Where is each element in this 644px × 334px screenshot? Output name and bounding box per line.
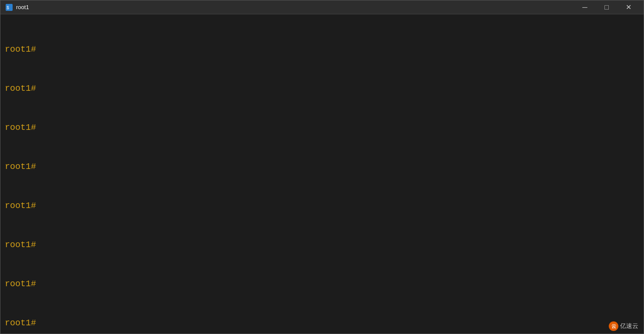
titlebar: $ root1 ─ □ ✕: [0, 0, 644, 14]
titlebar-left: $ root1: [6, 4, 29, 11]
line-6: root1#: [5, 238, 639, 251]
line-2: root1#: [5, 82, 639, 95]
line-8: root1#: [5, 317, 639, 330]
terminal-body[interactable]: root1# root1# root1# root1# root1# root1…: [0, 14, 644, 334]
line-1: root1#: [5, 43, 639, 56]
line-3: root1#: [5, 121, 639, 134]
line-7: root1#: [5, 278, 639, 291]
terminal-window: $ root1 ─ □ ✕ root1# root1# root1# root1…: [0, 0, 644, 334]
terminal-output: root1# root1# root1# root1# root1# root1…: [5, 17, 639, 334]
maximize-button[interactable]: □: [597, 0, 617, 14]
line-4: root1#: [5, 160, 639, 173]
line-5: root1#: [5, 199, 639, 212]
watermark-logo: 云: [609, 321, 618, 331]
terminal-icon: $: [6, 4, 13, 11]
svg-text:$: $: [7, 6, 9, 10]
watermark-text: 亿速云: [620, 322, 638, 330]
close-button[interactable]: ✕: [618, 0, 638, 14]
window-controls: ─ □ ✕: [575, 0, 638, 14]
minimize-button[interactable]: ─: [575, 0, 595, 14]
watermark: 云 亿速云: [609, 321, 638, 331]
window-title: root1: [16, 4, 29, 10]
